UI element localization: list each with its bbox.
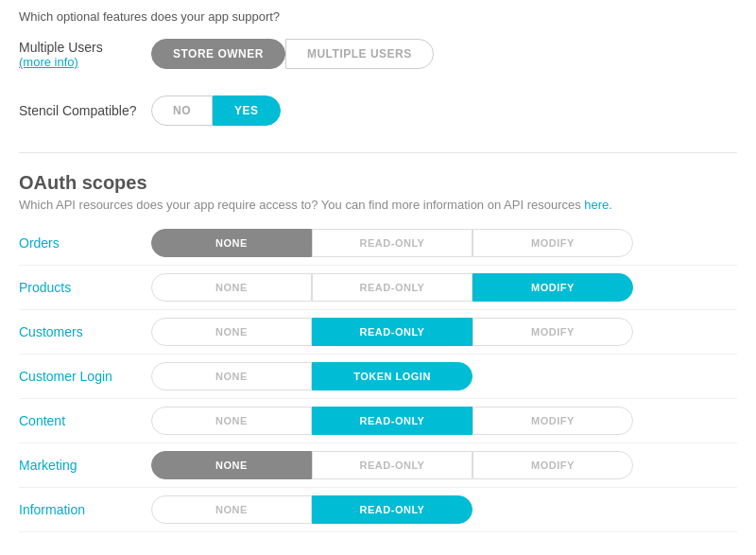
- customer-login-token-button[interactable]: TOKEN LOGIN: [312, 362, 472, 390]
- content-readonly-button[interactable]: READ-ONLY: [312, 407, 472, 435]
- content-scope-row: Content NONE READ-ONLY MODIFY: [19, 407, 737, 443]
- marketing-none-button[interactable]: NONE: [151, 451, 312, 479]
- information-scope-row: Information NONE READ-ONLY: [19, 495, 737, 532]
- multiple-users-button[interactable]: MULTIPLE USERS: [285, 39, 434, 69]
- orders-readonly-button[interactable]: READ-ONLY: [312, 229, 472, 257]
- multiple-users-toggle: STORE OWNER MULTIPLE USERS: [151, 39, 434, 69]
- stencil-label: Stencil Compatible?: [19, 103, 151, 118]
- information-label: Information: [19, 502, 151, 517]
- content-modify-button[interactable]: MODIFY: [472, 407, 633, 435]
- content-label: Content: [19, 413, 151, 428]
- products-modify-button[interactable]: MODIFY: [472, 273, 633, 302]
- oauth-desc: Which API resources does your app requir…: [19, 198, 737, 212]
- marketing-label: Marketing: [19, 458, 151, 473]
- information-none-button[interactable]: NONE: [151, 495, 312, 524]
- orders-buttons: NONE READ-ONLY MODIFY: [151, 229, 737, 257]
- features-question: Which optional features does your app su…: [19, 9, 737, 24]
- customer-login-scope-row: Customer Login NONE TOKEN LOGIN: [19, 362, 737, 399]
- oauth-title: OAuth scopes: [19, 172, 737, 194]
- information-readonly-button[interactable]: READ-ONLY: [312, 495, 472, 524]
- main-container: Which optional features does your app su…: [0, 0, 756, 549]
- products-none-button[interactable]: NONE: [151, 273, 312, 302]
- orders-none-button[interactable]: NONE: [151, 229, 312, 257]
- stencil-row: Stencil Compatible? NO YES: [19, 95, 737, 135]
- multiple-users-row: Multiple Users (more info) STORE OWNER M…: [19, 39, 737, 78]
- customer-login-none-button[interactable]: NONE: [151, 362, 312, 390]
- section-divider: [19, 152, 737, 153]
- products-readonly-button[interactable]: READ-ONLY: [312, 273, 472, 302]
- stencil-toggle: NO YES: [151, 95, 281, 126]
- marketing-scope-row: Marketing NONE READ-ONLY MODIFY: [19, 451, 737, 488]
- stencil-yes-button[interactable]: YES: [213, 95, 281, 126]
- customer-login-buttons: NONE TOKEN LOGIN: [151, 362, 737, 390]
- marketing-readonly-button[interactable]: READ-ONLY: [312, 451, 472, 479]
- products-buttons: NONE READ-ONLY MODIFY: [151, 273, 737, 302]
- content-buttons: NONE READ-ONLY MODIFY: [151, 407, 737, 435]
- stencil-no-button[interactable]: NO: [151, 95, 213, 126]
- customers-modify-button[interactable]: MODIFY: [472, 318, 633, 346]
- store-owner-button[interactable]: STORE OWNER: [151, 39, 285, 69]
- customers-none-button[interactable]: NONE: [151, 318, 312, 346]
- customers-label: Customers: [19, 324, 151, 339]
- content-none-button[interactable]: NONE: [151, 407, 312, 435]
- customers-scope-row: Customers NONE READ-ONLY MODIFY: [19, 318, 737, 355]
- customers-buttons: NONE READ-ONLY MODIFY: [151, 318, 737, 346]
- products-scope-row: Products NONE READ-ONLY MODIFY: [19, 273, 737, 310]
- multiple-users-label: Multiple Users (more info): [19, 40, 151, 69]
- more-info-link[interactable]: (more info): [19, 55, 151, 69]
- orders-scope-row: Orders NONE READ-ONLY MODIFY: [19, 229, 737, 266]
- api-resources-link[interactable]: here.: [584, 198, 612, 212]
- marketing-buttons: NONE READ-ONLY MODIFY: [151, 451, 737, 479]
- customer-login-label: Customer Login: [19, 369, 151, 384]
- customers-readonly-button[interactable]: READ-ONLY: [312, 318, 472, 346]
- marketing-modify-button[interactable]: MODIFY: [472, 451, 633, 479]
- orders-modify-button[interactable]: MODIFY: [472, 229, 633, 257]
- products-label: Products: [19, 280, 151, 295]
- information-buttons: NONE READ-ONLY: [151, 495, 737, 524]
- orders-label: Orders: [19, 235, 151, 251]
